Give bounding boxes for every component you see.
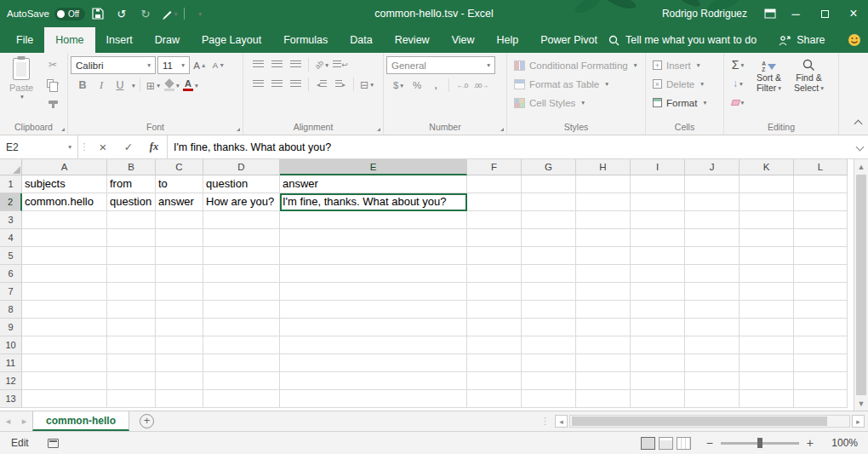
sort-filter-button[interactable]: AZ Sort & Filter▾ [749,56,789,111]
cell-G4[interactable] [522,229,576,247]
cell-G1[interactable] [522,175,576,193]
cell-K10[interactable] [740,336,794,354]
new-sheet-button[interactable]: + [140,414,154,428]
zoom-level[interactable]: 100% [819,437,858,449]
cell-C5[interactable] [156,247,203,265]
macro-record-button[interactable] [48,439,59,448]
cell-F10[interactable] [467,336,522,354]
sheet-nav-left-button[interactable]: ◂ [0,411,16,431]
cell-J9[interactable] [685,319,740,336]
cell-C1[interactable]: to [156,175,203,193]
zoom-out-button[interactable]: − [706,436,713,450]
center-button[interactable] [268,76,285,93]
cell-A12[interactable] [22,372,107,390]
cell-B7[interactable] [107,283,156,301]
cell-E2[interactable]: I'm fine, thanks. What about you? [280,193,467,211]
tab-review[interactable]: Review [384,27,441,53]
cell-K9[interactable] [740,319,794,336]
cell-F2[interactable] [467,193,522,211]
cell-A13[interactable] [22,390,107,408]
cell-B8[interactable] [107,301,156,319]
collapse-ribbon-button[interactable] [855,115,861,130]
cell-K2[interactable] [740,193,794,211]
copy-button[interactable]: ▾ [42,75,64,92]
scroll-left-arrow-icon[interactable]: ◂ [555,415,568,428]
cell-G8[interactable] [522,301,576,319]
cell-H1[interactable] [576,175,631,193]
cell-C3[interactable] [156,211,203,229]
cell-G10[interactable] [522,336,576,354]
column-header-K[interactable]: K [740,159,794,175]
cell-C6[interactable] [156,265,203,283]
cell-G2[interactable] [522,193,576,211]
font-dialog-launcher[interactable] [233,124,241,132]
cell-L1[interactable] [794,175,848,193]
autosum-button[interactable]: Σ▾ [727,56,749,73]
cell-D9[interactable] [203,319,280,336]
cell-D8[interactable] [203,301,280,319]
cell-D6[interactable] [203,265,280,283]
tab-home[interactable]: Home [44,27,94,53]
normal-view-button[interactable] [641,437,655,450]
cell-A3[interactable] [22,211,107,229]
cell-A8[interactable] [22,301,107,319]
customize-qat-button[interactable]: ▾ [188,0,210,27]
row-header-8[interactable]: 8 [0,301,22,319]
cell-E10[interactable] [280,336,467,354]
scroll-right-arrow-icon[interactable]: ▸ [852,415,865,428]
cell-H6[interactable] [576,265,631,283]
cell-G9[interactable] [522,319,576,336]
select-all-button[interactable] [0,159,22,175]
cell-F9[interactable] [467,319,522,336]
vertical-scrollbar[interactable]: ▲ ▼ [854,159,868,411]
name-box[interactable]: E2 ▾ [0,135,78,158]
tab-view[interactable]: View [441,27,486,53]
font-name-combo[interactable]: Calibri▾ [71,56,156,74]
cell-K5[interactable] [740,247,794,265]
formula-bar-expand-button[interactable] [851,135,868,158]
cell-K8[interactable] [740,301,794,319]
ink-button[interactable]: ▾ [158,0,180,27]
cell-E13[interactable] [280,390,467,408]
delete-cells-button[interactable]: × Delete▾ [648,75,721,93]
row-header-2[interactable]: 2 [0,193,22,211]
increase-font-size-button[interactable]: A▲ [191,57,208,74]
column-header-B[interactable]: B [107,159,156,175]
close-button[interactable]: × [839,0,868,27]
cell-K4[interactable] [740,229,794,247]
row-header-11[interactable]: 11 [0,354,22,372]
cell-D12[interactable] [203,372,280,390]
cell-A1[interactable]: subjects [22,175,107,193]
tell-me-search[interactable]: Tell me what you want to do [608,34,757,46]
cell-H7[interactable] [576,283,631,301]
conditional-formatting-button[interactable]: Conditional Formatting▾ [510,56,642,74]
cell-I1[interactable] [631,175,685,193]
cell-A9[interactable] [22,319,107,336]
cell-styles-button[interactable]: Cell Styles▾ [510,94,642,112]
cell-A6[interactable] [22,265,107,283]
tab-page-layout[interactable]: Page Layout [191,27,272,53]
zoom-in-button[interactable]: + [807,436,814,450]
cell-A11[interactable] [22,354,107,372]
cell-B3[interactable] [107,211,156,229]
cell-I3[interactable] [631,211,685,229]
row-header-6[interactable]: 6 [0,265,22,283]
cell-F8[interactable] [467,301,522,319]
cell-C7[interactable] [156,283,203,301]
cell-B11[interactable] [107,354,156,372]
percent-style-button[interactable]: % [408,77,425,94]
cell-J3[interactable] [685,211,740,229]
cell-L2[interactable] [794,193,848,211]
find-select-button[interactable]: Find & Select▾ [789,56,829,111]
cell-L9[interactable] [794,319,848,336]
column-header-H[interactable]: H [576,159,631,175]
cell-E3[interactable] [280,211,467,229]
cell-A4[interactable] [22,229,107,247]
cell-E6[interactable] [280,265,467,283]
cell-G12[interactable] [522,372,576,390]
accounting-format-button[interactable]: $▾ [390,77,407,94]
row-header-4[interactable]: 4 [0,229,22,247]
cell-G6[interactable] [522,265,576,283]
middle-align-button[interactable] [268,56,285,73]
cell-I11[interactable] [631,354,685,372]
